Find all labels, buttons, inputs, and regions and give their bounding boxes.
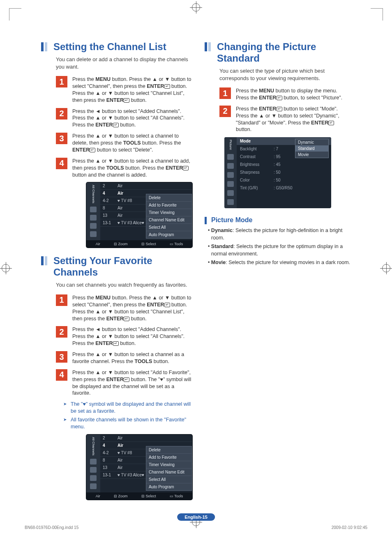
osd-mode-popup: Dynamic Standard Movie xyxy=(295,139,329,158)
ch-num: 13 xyxy=(103,465,114,470)
added-icon xyxy=(90,467,97,473)
osd-channel-list: All Channels 2Air 4Air 4-2♥ TV #8 8Air 1… xyxy=(41,182,192,248)
osd-foot-zoom: ⊟ Zoom xyxy=(114,242,128,246)
osd-side-label: All Channels xyxy=(92,184,95,204)
popup-item: Channel Name Edit xyxy=(146,216,191,224)
step: 1 Press the MENU button. Press the ▲ or … xyxy=(56,76,192,104)
step: 4 Press the ▲ or ▼ button to select "Add… xyxy=(56,369,192,397)
heading-favorite: Setting Your Favorite Channels xyxy=(41,255,192,278)
step-number: 1 xyxy=(219,87,231,99)
ch-name: Air xyxy=(118,184,190,188)
osd-label: Sharpness xyxy=(240,170,270,175)
left-column: Setting the Channel List You can delete … xyxy=(41,41,192,505)
osd-label: Contrast xyxy=(240,154,270,159)
osd-foot-select: ⊟ Select xyxy=(141,242,156,246)
step: 3 Press the ▲ or ▼ button to select a ch… xyxy=(56,351,192,365)
osd-foot-zoom: ⊟ Zoom xyxy=(114,494,128,498)
enter-icon: ↵ xyxy=(113,341,119,346)
osd-channel-list-2: All Channels 2Air 4Air 4-2♥ TV #8 8Air 1… xyxy=(41,435,192,500)
step-body: Press the ENTER↵ button to select "Mode"… xyxy=(236,106,351,133)
heading-picture-mode: Picture Mode xyxy=(205,216,351,224)
step-body: Press the MENU button to display the men… xyxy=(236,87,351,101)
osd-tools-popup: Delete Add to Favorite Timer Viewing Cha… xyxy=(146,194,192,239)
popup-item: Channel Name Edit xyxy=(146,469,191,476)
note: The "♥" symbol will be displayed and the… xyxy=(71,401,192,415)
enter-icon: ↵ xyxy=(328,121,334,125)
bullet: Dynamic: Selects the picture for high-de… xyxy=(208,227,351,241)
bullet: Standard: Selects the picture for the op… xyxy=(208,243,351,258)
intro-favorite: You can set channels you watch frequentl… xyxy=(56,281,192,289)
step-number: 1 xyxy=(56,76,67,87)
step: 2 Press the ◄ button to select "Added Ch… xyxy=(56,326,192,347)
favorite-icon xyxy=(90,475,97,481)
added-icon xyxy=(90,215,97,221)
popup-item: Timer Viewing xyxy=(146,209,191,216)
step-body: Press the ▲ or ▼ button to select a chan… xyxy=(72,158,192,179)
enter-icon: ↵ xyxy=(124,317,129,321)
popup-item: Delete xyxy=(146,446,191,454)
page-content: Setting the Channel List You can delete … xyxy=(41,41,351,505)
ch-num: 13-1 xyxy=(103,473,114,477)
step-number: 3 xyxy=(56,133,67,144)
enter-icon: ↵ xyxy=(164,303,170,307)
step-body: Press the ◄ button to select "Added Chan… xyxy=(72,108,192,129)
heading-channel-list: Setting the Channel List xyxy=(41,41,192,53)
app-icon xyxy=(227,199,234,205)
osd-side-label: All Channels xyxy=(92,436,95,456)
heading-picture-standard: Changing the Picture Standard xyxy=(205,41,351,64)
step-body: Press the MENU button. Press the ▲ or ▼ … xyxy=(72,76,192,104)
antenna-icon xyxy=(90,207,97,212)
step-body: Press the ▲ or ▼ button to select a chan… xyxy=(72,351,192,365)
antenna-icon xyxy=(90,459,97,464)
enter-icon: ↵ xyxy=(164,84,170,89)
step-number: 4 xyxy=(56,369,67,381)
step-body: Press the MENU button. Press the ▲ or ▼ … xyxy=(72,294,192,322)
ch-num: 2 xyxy=(103,436,114,440)
page-number-badge: English-15 xyxy=(177,513,215,521)
osd-value: : 50 xyxy=(274,178,281,182)
step: 2 Press the ENTER↵ button to select "Mod… xyxy=(219,106,351,133)
enter-icon: ↵ xyxy=(90,148,95,152)
osd-foot-src: Air xyxy=(96,242,100,246)
program-icon xyxy=(90,483,97,489)
ch-num: 4 xyxy=(103,443,114,448)
osd-tools-popup: Delete Add to Favorite Timer Viewing Cha… xyxy=(146,446,192,491)
ch-num: 8 xyxy=(103,206,114,210)
popup-item: Movie xyxy=(295,152,328,158)
osd-foot-tools: ▭ Tools xyxy=(170,494,183,498)
step-body: Press the ▲ or ▼ button to select "Add t… xyxy=(72,369,192,397)
enter-icon: ↵ xyxy=(124,98,129,103)
footer-line: BN68-01976D-00Eng.indd 15 2009-02-10 9:0… xyxy=(25,525,367,530)
ch-num: 4-2 xyxy=(103,198,114,203)
osd-label: Tint (G/R) xyxy=(240,186,270,190)
enter-icon: ↵ xyxy=(183,166,189,170)
step-number: 2 xyxy=(219,106,231,117)
bullet: Movie: Selects the picture for viewing m… xyxy=(208,259,351,267)
popup-item: Delete xyxy=(146,194,191,202)
enter-icon: ↵ xyxy=(113,123,119,127)
osd-foot-select: ⊟ Select xyxy=(141,494,156,498)
popup-item: Timer Viewing xyxy=(146,461,191,469)
footer-date: 2009-02-10 9:02:45 xyxy=(332,525,367,530)
popup-item: Auto Program xyxy=(146,483,191,490)
osd-label: Brightness xyxy=(240,162,270,167)
osd-foot-src: Air xyxy=(96,494,100,498)
step-number: 2 xyxy=(56,326,67,338)
step: 1 Press the MENU button to display the m… xyxy=(219,87,351,101)
osd-value: : 45 xyxy=(274,162,281,167)
sound-icon xyxy=(227,163,234,169)
ch-num: 4-2 xyxy=(103,451,114,455)
enter-icon: ↵ xyxy=(277,107,282,111)
ch-num: 2 xyxy=(103,184,114,188)
input-icon xyxy=(227,190,234,196)
popup-item: Select All xyxy=(146,224,191,231)
enter-icon: ↵ xyxy=(124,377,129,382)
step: 4 Press the ▲ or ▼ button to select a ch… xyxy=(56,158,192,179)
popup-item: Select All xyxy=(146,476,191,483)
favorite-icon xyxy=(90,223,97,229)
step-body: Press the ▲ or ▼ button to select a chan… xyxy=(72,133,192,154)
intro-picture: You can select the type of picture which… xyxy=(219,67,351,82)
osd-value: : 50 xyxy=(274,170,281,175)
step-number: 4 xyxy=(56,158,67,169)
step: 3 Press the ▲ or ▼ button to select a ch… xyxy=(56,133,192,154)
